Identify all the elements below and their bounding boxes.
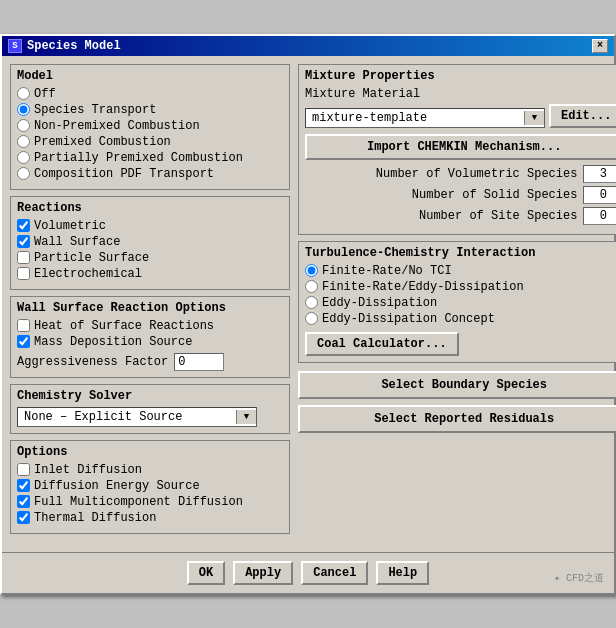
coal-calculator-wrapper: Coal Calculator...	[305, 332, 616, 356]
full-multicomponent-checkbox[interactable]	[17, 495, 30, 508]
model-species-transport-radio[interactable]	[17, 103, 30, 116]
volumetric-species-input[interactable]	[583, 165, 616, 183]
model-composition-pdf-item: Composition PDF Transport	[17, 167, 283, 181]
model-non-premixed-label: Non-Premixed Combustion	[34, 119, 200, 133]
model-off-label: Off	[34, 87, 56, 101]
finite-rate-no-tci-radio[interactable]	[305, 264, 318, 277]
particle-surface-label: Particle Surface	[34, 251, 149, 265]
model-non-premixed-radio[interactable]	[17, 119, 30, 132]
aggressiveness-row: Aggressiveness Factor	[17, 353, 283, 371]
chemistry-solver-value: None – Explicit Source	[18, 408, 236, 426]
inlet-diffusion-label: Inlet Diffusion	[34, 463, 142, 477]
eddy-dissipation-concept-label: Eddy-Dissipation Concept	[322, 312, 495, 326]
turbulence-group: Turbulence-Chemistry Interaction Finite-…	[298, 241, 616, 363]
finite-rate-eddy-radio[interactable]	[305, 280, 318, 293]
model-composition-pdf-label: Composition PDF Transport	[34, 167, 214, 181]
volumetric-label: Volumetric	[34, 219, 106, 233]
wall-surface-checkbox[interactable]	[17, 235, 30, 248]
particle-surface-checkbox[interactable]	[17, 251, 30, 264]
wall-surface-item: Wall Surface	[17, 235, 283, 249]
import-chemkin-button[interactable]: Import CHEMKIN Mechanism...	[305, 134, 616, 160]
mixture-properties-title: Mixture Properties	[305, 69, 616, 83]
wall-surface-options-title: Wall Surface Reaction Options	[17, 301, 283, 315]
solid-species-row: Number of Solid Species	[305, 186, 616, 204]
options-title: Options	[17, 445, 283, 459]
two-column-layout: Model Off Species Transport Non-Premixed…	[10, 64, 606, 540]
reactions-group: Reactions Volumetric Wall Surface Partic…	[10, 196, 290, 290]
full-multicomponent-label: Full Multicomponent Diffusion	[34, 495, 243, 509]
model-non-premixed-item: Non-Premixed Combustion	[17, 119, 283, 133]
mixture-material-label: Mixture Material	[305, 87, 616, 101]
full-multicomponent-item: Full Multicomponent Diffusion	[17, 495, 283, 509]
solid-species-input[interactable]	[583, 186, 616, 204]
species-model-window: S Species Model × Model Off Species	[0, 34, 616, 595]
mixture-material-select-wrapper[interactable]: mixture-template ▼	[305, 108, 545, 128]
model-title: Model	[17, 69, 283, 83]
heat-surface-label: Heat of Surface Reactions	[34, 319, 214, 333]
edit-button[interactable]: Edit...	[549, 104, 616, 128]
eddy-dissipation-radio[interactable]	[305, 296, 318, 309]
bottom-bar: OK Apply Cancel Help ✦ CFD之道	[2, 552, 614, 593]
wall-surface-label: Wall Surface	[34, 235, 120, 249]
electrochemical-label: Electrochemical	[34, 267, 142, 281]
cancel-button[interactable]: Cancel	[301, 561, 368, 585]
finite-rate-eddy-label: Finite-Rate/Eddy-Dissipation	[322, 280, 524, 294]
eddy-dissipation-item: Eddy-Dissipation	[305, 296, 616, 310]
mixture-properties-group: Mixture Properties Mixture Material mixt…	[298, 64, 616, 235]
apply-button[interactable]: Apply	[233, 561, 293, 585]
finite-rate-eddy-item: Finite-Rate/Eddy-Dissipation	[305, 280, 616, 294]
mixture-material-row: mixture-template ▼ Edit...	[305, 104, 616, 128]
model-premixed-label: Premixed Combustion	[34, 135, 171, 149]
chemistry-solver-title: Chemistry Solver	[17, 389, 283, 403]
title-bar-left: S Species Model	[8, 39, 121, 53]
finite-rate-no-tci-item: Finite-Rate/No TCI	[305, 264, 616, 278]
eddy-dissipation-label: Eddy-Dissipation	[322, 296, 437, 310]
heat-surface-item: Heat of Surface Reactions	[17, 319, 283, 333]
coal-calculator-button[interactable]: Coal Calculator...	[305, 332, 459, 356]
ok-button[interactable]: OK	[187, 561, 225, 585]
model-partially-premixed-item: Partially Premixed Combustion	[17, 151, 283, 165]
thermal-diffusion-item: Thermal Diffusion	[17, 511, 283, 525]
help-button[interactable]: Help	[376, 561, 429, 585]
model-partially-premixed-radio[interactable]	[17, 151, 30, 164]
eddy-dissipation-concept-radio[interactable]	[305, 312, 318, 325]
diffusion-energy-label: Diffusion Energy Source	[34, 479, 200, 493]
wall-surface-options-group: Wall Surface Reaction Options Heat of Su…	[10, 296, 290, 378]
heat-surface-checkbox[interactable]	[17, 319, 30, 332]
mixture-material-dropdown-arrow[interactable]: ▼	[524, 111, 544, 125]
diffusion-energy-checkbox[interactable]	[17, 479, 30, 492]
window-icon: S	[8, 39, 22, 53]
select-boundary-species-button[interactable]: Select Boundary Species	[298, 371, 616, 399]
model-premixed-radio[interactable]	[17, 135, 30, 148]
eddy-dissipation-concept-item: Eddy-Dissipation Concept	[305, 312, 616, 326]
site-species-label: Number of Site Species	[419, 209, 577, 223]
site-species-row: Number of Site Species	[305, 207, 616, 225]
model-off-radio[interactable]	[17, 87, 30, 100]
chemistry-solver-select-wrapper[interactable]: None – Explicit Source ▼	[17, 407, 257, 427]
select-reported-residuals-button[interactable]: Select Reported Residuals	[298, 405, 616, 433]
title-bar: S Species Model ×	[2, 36, 614, 56]
right-column: Mixture Properties Mixture Material mixt…	[298, 64, 616, 540]
volumetric-species-row: Number of Volumetric Species	[305, 165, 616, 183]
volumetric-species-label: Number of Volumetric Species	[376, 167, 578, 181]
model-partially-premixed-label: Partially Premixed Combustion	[34, 151, 243, 165]
aggressiveness-input[interactable]	[174, 353, 224, 371]
options-group: Options Inlet Diffusion Diffusion Energy…	[10, 440, 290, 534]
model-species-transport-label: Species Transport	[34, 103, 156, 117]
volumetric-checkbox[interactable]	[17, 219, 30, 232]
electrochemical-checkbox[interactable]	[17, 267, 30, 280]
thermal-diffusion-checkbox[interactable]	[17, 511, 30, 524]
inlet-diffusion-checkbox[interactable]	[17, 463, 30, 476]
mass-deposition-checkbox[interactable]	[17, 335, 30, 348]
chemistry-solver-dropdown-arrow[interactable]: ▼	[236, 410, 256, 424]
site-species-input[interactable]	[583, 207, 616, 225]
electrochemical-item: Electrochemical	[17, 267, 283, 281]
model-species-transport-item: Species Transport	[17, 103, 283, 117]
close-button[interactable]: ×	[592, 39, 608, 53]
finite-rate-no-tci-label: Finite-Rate/No TCI	[322, 264, 452, 278]
volumetric-item: Volumetric	[17, 219, 283, 233]
model-off-item: Off	[17, 87, 283, 101]
model-premixed-item: Premixed Combustion	[17, 135, 283, 149]
mass-deposition-item: Mass Deposition Source	[17, 335, 283, 349]
model-composition-pdf-radio[interactable]	[17, 167, 30, 180]
